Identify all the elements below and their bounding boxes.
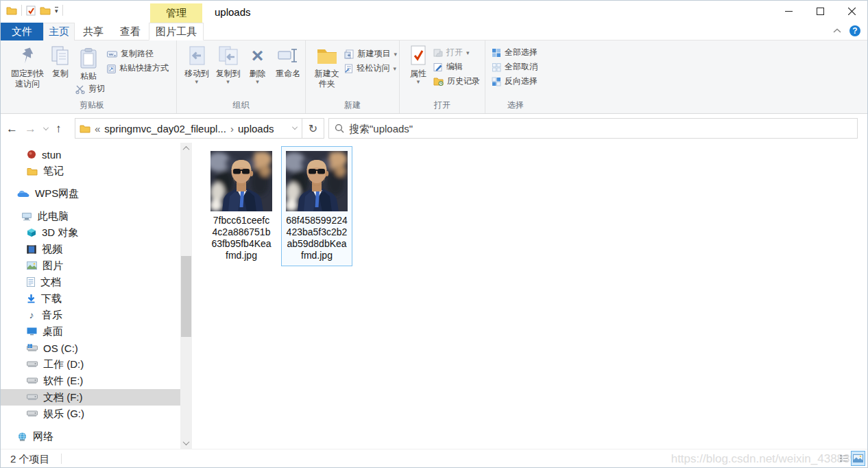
paste-button[interactable]: 粘贴 — [73, 45, 104, 82]
copy-button[interactable]: 复制 — [47, 43, 73, 79]
scroll-up-icon[interactable] — [180, 143, 192, 154]
breadcrumb-root[interactable]: springmvc_day02_fileupl... — [104, 123, 226, 134]
picture-icon — [27, 261, 37, 270]
tab-file[interactable]: 文件 — [1, 23, 43, 40]
ribbon-group-clipboard: 固定到快速访问 复制 粘贴 剪切 — [8, 40, 177, 113]
sidebar-item-music[interactable]: ♪ 音乐 — [1, 307, 180, 323]
copy-to-button[interactable]: 复制到 ▾ — [213, 43, 244, 84]
breadcrumb-overflow[interactable]: « — [95, 123, 100, 134]
copy-path-icon — [107, 50, 117, 58]
rename-button[interactable]: 重命名 — [271, 43, 305, 79]
address-dropdown-chevron-icon[interactable] — [292, 124, 298, 130]
back-button[interactable]: ← — [6, 122, 18, 136]
thumbnail-view-icon — [853, 454, 863, 463]
open-button[interactable]: 打开 ▾ — [431, 45, 482, 60]
paste-shortcut-button[interactable]: 粘贴快捷方式 — [105, 61, 171, 75]
cube-icon — [27, 228, 36, 237]
quick-access-toolbar: ▾ — [6, 5, 63, 16]
sidebar-item-this-pc[interactable]: 此电脑 — [1, 208, 180, 224]
sidebar-item-notes[interactable]: 笔记 — [1, 163, 180, 179]
delete-button[interactable]: × 删除 ▾ — [244, 43, 272, 84]
thumbnail-view-button[interactable] — [851, 451, 865, 466]
navigation-pane: stun 笔记 WPS网盘 此电脑 3D 对象 视频 — [1, 143, 180, 449]
history-button[interactable]: 历史记录 — [431, 74, 482, 89]
new-item-icon — [344, 49, 354, 59]
download-arrow-icon — [27, 294, 36, 303]
move-to-button[interactable]: 移动到 ▾ — [181, 43, 213, 84]
dropdown-caret-icon: ▾ — [393, 66, 396, 71]
recent-locations-chevron-icon[interactable] — [43, 125, 49, 130]
sidebar-item-network[interactable]: 网络 — [1, 428, 180, 445]
select-none-icon — [492, 62, 501, 72]
pin-to-quick-access-button[interactable]: 固定到快速访问 — [8, 43, 47, 89]
paste-icon — [77, 47, 100, 70]
manage-contextual-header[interactable]: 管理 — [150, 3, 202, 23]
address-bar[interactable]: « springmvc_day02_fileupl... › uploads — [75, 118, 302, 139]
breadcrumb-separator: › — [230, 123, 234, 134]
tab-picture-tools[interactable]: 图片工具 — [149, 23, 204, 40]
sidebar-item-documents[interactable]: 文档 — [1, 274, 180, 290]
cut-button[interactable]: 剪切 — [73, 82, 105, 96]
sidebar-item-drive-f[interactable]: 文档 (F:) — [1, 389, 180, 406]
sidebar-item-3d-objects[interactable]: 3D 对象 — [1, 224, 180, 241]
properties-button[interactable]: 属性 ▾ — [405, 43, 431, 84]
tab-home[interactable]: 主页 — [43, 23, 75, 40]
invert-selection-button[interactable]: 反向选择 — [490, 74, 540, 89]
qat-properties-icon[interactable] — [26, 5, 36, 16]
delete-x-icon: × — [252, 45, 264, 66]
sidebar-item-drive-e[interactable]: 软件 (E:) — [1, 373, 180, 389]
window-title: uploads — [215, 6, 251, 18]
watermark-text: https://blog.csdn.net/weixin_438839 — [671, 452, 856, 466]
sidebar-item-pictures[interactable]: 图片 — [1, 257, 180, 274]
minimize-button[interactable] — [773, 1, 804, 21]
sidebar-item-drive-c[interactable]: OS (C:) — [1, 340, 180, 356]
dropdown-caret-icon: ▾ — [195, 79, 199, 84]
sidebar-item-desktop[interactable]: 桌面 — [1, 323, 180, 340]
sidebar-item-videos[interactable]: 视频 — [1, 241, 180, 257]
collapse-ribbon-icon[interactable] — [833, 28, 841, 34]
open-icon — [433, 48, 443, 57]
details-view-button[interactable] — [836, 451, 851, 466]
ribbon-group-open: 属性 ▾ 打开 ▾ 编辑 — [400, 40, 485, 113]
qat-newfolder-icon[interactable] — [40, 5, 51, 15]
search-box[interactable] — [328, 118, 858, 139]
sidebar-item-wps-cloud[interactable]: WPS网盘 — [1, 185, 180, 202]
sidebar-scrollbar[interactable] — [180, 143, 192, 449]
select-all-button[interactable]: 全部选择 — [490, 45, 540, 60]
select-none-button[interactable]: 全部取消 — [490, 60, 540, 74]
help-icon[interactable]: ? — [849, 25, 860, 36]
sidebar-item-drive-d[interactable]: 工作 (D:) — [1, 356, 180, 373]
forward-button[interactable]: → — [25, 122, 36, 136]
drive-icon — [27, 361, 38, 368]
maximize-button[interactable] — [804, 1, 836, 21]
tab-view[interactable]: 查看 — [112, 23, 149, 40]
refresh-button[interactable]: ↻ — [302, 118, 324, 139]
tab-share[interactable]: 共享 — [75, 23, 112, 40]
file-tile[interactable]: 7fbcc61ceefc4c2a886751b63fb95fb4Keafmd.j… — [206, 146, 277, 266]
scroll-down-icon[interactable] — [180, 437, 192, 449]
group-caption-select: 选择 — [485, 100, 546, 111]
close-button[interactable] — [836, 1, 867, 21]
edit-button[interactable]: 编辑 — [431, 60, 482, 74]
drive-icon — [27, 394, 38, 401]
history-icon — [433, 77, 444, 86]
search-input[interactable] — [349, 123, 852, 134]
sidebar-item-stun[interactable]: stun — [1, 146, 180, 163]
search-icon — [335, 124, 344, 133]
sidebar-item-downloads[interactable]: 下载 — [1, 290, 180, 307]
desktop-icon — [27, 327, 37, 336]
file-tile-selected[interactable]: 68f458599224423ba5f3c2b2ab59d8dbKeafmd.j… — [281, 146, 352, 266]
scrollbar-thumb[interactable] — [181, 256, 191, 337]
qat-customize-caret-icon[interactable]: ▾ — [55, 7, 58, 14]
new-item-button[interactable]: 新建项目 ▾ — [342, 47, 399, 61]
status-divider — [61, 454, 62, 464]
up-button[interactable]: ↑ — [56, 122, 62, 136]
edit-pencil-icon — [433, 62, 443, 72]
sidebar-item-drive-g[interactable]: 娱乐 (G:) — [1, 406, 180, 422]
group-caption-new: 新建 — [306, 100, 399, 111]
easy-access-button[interactable]: 轻松访问 ▾ — [342, 61, 399, 75]
paste-shortcut-icon — [107, 64, 116, 73]
copy-path-button[interactable]: 复制路径 — [105, 47, 171, 61]
new-folder-button[interactable]: 新建文件夹 — [311, 43, 342, 89]
breadcrumb-leaf[interactable]: uploads — [238, 123, 274, 134]
